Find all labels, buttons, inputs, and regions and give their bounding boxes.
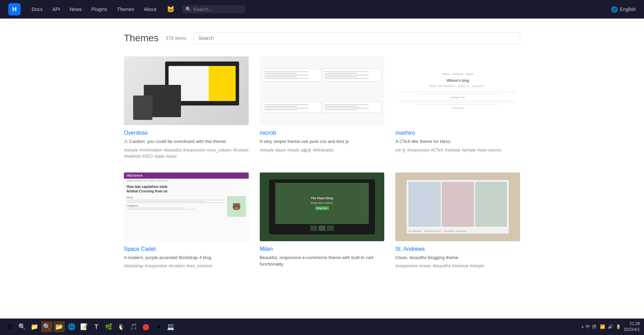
theme-card-standrews[interactable]: St. Andrews Modern Archive Mountain Land… bbox=[395, 172, 520, 270]
globe-icon: 🌐 bbox=[611, 6, 618, 13]
theme-tags-microb: #simple #pure #zepto #极简 #Minimalist bbox=[260, 148, 385, 154]
theme-name-milan[interactable]: Milan bbox=[260, 246, 385, 252]
spacecadet-brand: INZIGNIA bbox=[124, 172, 249, 179]
theme-thumbnail-mashiro: Home Archives About Wilson's blog 美好的一切终… bbox=[395, 56, 520, 125]
nav-news[interactable]: News bbox=[65, 4, 86, 14]
themes-grid: Overdose ⚠ Caution: you could be overdos… bbox=[124, 56, 520, 270]
theme-thumbnail-microb bbox=[260, 56, 385, 125]
theme-tags-overdose: #simple #minimalism #beautiful #responsi… bbox=[124, 148, 249, 159]
nav-themes[interactable]: Themes bbox=[112, 4, 138, 14]
theme-desc-overdose: ⚠ Caution: you could be overdosed with t… bbox=[124, 138, 249, 145]
item-count: 378 items bbox=[165, 35, 186, 41]
theme-thumbnail-overdose bbox=[124, 56, 249, 125]
theme-name-overdose[interactable]: Overdose bbox=[124, 130, 249, 136]
page-title: Themes bbox=[124, 33, 159, 44]
theme-tags-mashiro: #中文 #responsive #CTeX #scholar #simple #… bbox=[395, 148, 520, 154]
theme-desc-mashiro: A CTeX-like theme for Hexo. bbox=[395, 138, 520, 145]
theme-card-milan[interactable]: The Plant Shop Bring Nature Indoors Shop… bbox=[260, 172, 385, 270]
navbar-search: 🔍 bbox=[182, 5, 245, 13]
theme-thumbnail-spacecadet: INZIGNIA Better solutions and digital co… bbox=[124, 172, 249, 241]
nav-plugins[interactable]: Plugins bbox=[87, 4, 111, 14]
themes-search-input[interactable] bbox=[193, 32, 520, 44]
themes-header: Themes 378 items bbox=[124, 32, 520, 44]
github-icon[interactable]: 🐱 bbox=[163, 3, 178, 15]
navbar: H Docs API News Plugins Themes About 🐱 🔍… bbox=[0, 0, 644, 19]
theme-card-mashiro[interactable]: Home Archives About Wilson's blog 美好的一切终… bbox=[395, 56, 520, 159]
search-icon: 🔍 bbox=[185, 7, 191, 12]
theme-card-microb[interactable]: microb A very simple theme use pure css … bbox=[260, 56, 385, 159]
theme-tags-standrews: #responsive #clean #beautiful #minimal #… bbox=[395, 264, 520, 268]
theme-tags-spacecadet: #bootstrap #responsive #modern #two_colu… bbox=[124, 264, 249, 268]
theme-desc-spacecadet: A modern, purple-accented Bootstrap 4 bl… bbox=[124, 254, 249, 261]
theme-name-mashiro[interactable]: mashiro bbox=[395, 130, 520, 136]
brand-logo[interactable]: H bbox=[8, 3, 21, 15]
theme-thumbnail-milan: The Plant Shop Bring Nature Indoors Shop… bbox=[260, 172, 385, 241]
nav-about[interactable]: About bbox=[140, 4, 161, 14]
theme-card-overdose[interactable]: Overdose ⚠ Caution: you could be overdos… bbox=[124, 56, 249, 159]
main-content: Themes 378 items Overdose ⚠ Caution: you bbox=[116, 19, 528, 291]
theme-card-spacecadet[interactable]: INZIGNIA Better solutions and digital co… bbox=[124, 172, 249, 270]
nav-api[interactable]: API bbox=[48, 4, 64, 14]
theme-name-standrews[interactable]: St. Andrews bbox=[395, 246, 520, 252]
theme-desc-standrews: Clean, beautiful blogging theme bbox=[395, 254, 520, 261]
nav-docs[interactable]: Docs bbox=[28, 4, 47, 14]
theme-name-spacecadet[interactable]: Space Cadet bbox=[124, 246, 249, 252]
theme-desc-microb: A very simple theme use pure css and les… bbox=[260, 138, 385, 145]
theme-name-microb[interactable]: microb bbox=[260, 130, 385, 136]
theme-thumbnail-standrews: St. Andrews Modern Archive Mountain Land… bbox=[395, 172, 520, 241]
theme-desc-milan: Beautiful, responsive e-commerce theme w… bbox=[260, 254, 385, 268]
nav-links: Docs API News Plugins Themes About bbox=[28, 4, 161, 14]
language-label: English bbox=[620, 7, 636, 12]
navbar-search-input[interactable] bbox=[193, 7, 242, 12]
language-selector[interactable]: 🌐 English bbox=[611, 6, 636, 13]
